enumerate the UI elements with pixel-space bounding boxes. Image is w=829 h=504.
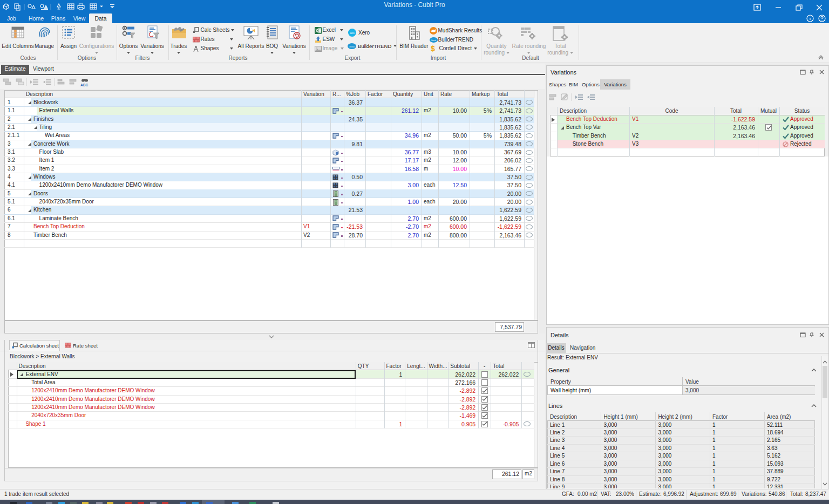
svg-text:btrend: btrend — [349, 46, 354, 48]
svg-text:btrend: btrend — [431, 39, 436, 42]
svg-text:ABC: ABC — [80, 83, 88, 87]
svg-text:xero: xero — [350, 32, 355, 35]
